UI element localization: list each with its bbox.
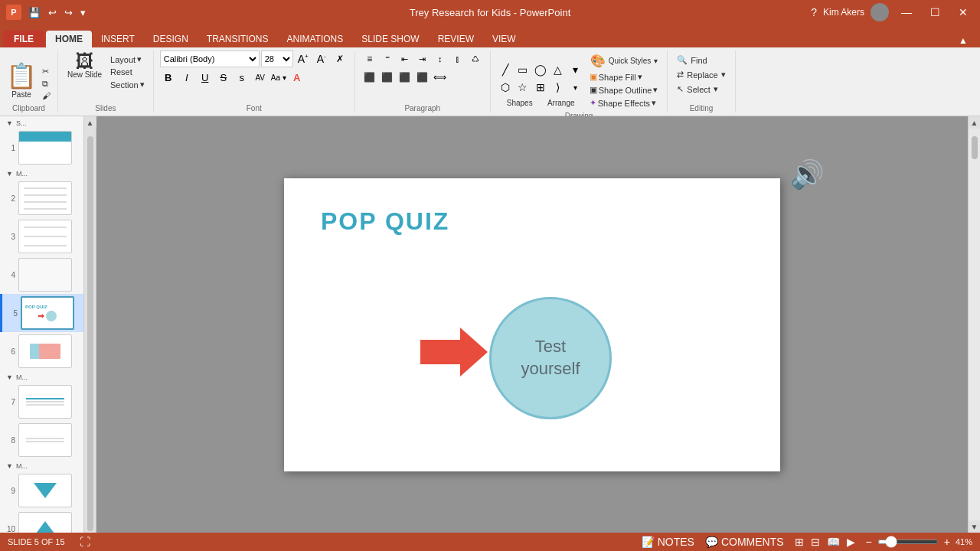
maximize-button[interactable]: ☐	[924, 5, 946, 20]
justify-button[interactable]: ⬛	[414, 69, 431, 86]
tab-animations[interactable]: ANIMATIONS	[277, 31, 352, 47]
minimize-button[interactable]: —	[895, 5, 918, 20]
tab-design[interactable]: DESIGN	[144, 31, 198, 47]
shape-9[interactable]: ⟩	[550, 79, 567, 96]
slide-title[interactable]: POP QUIZ	[321, 207, 449, 236]
slideshow-view-button[interactable]: ▶	[844, 535, 858, 549]
replace-button[interactable]: ⇄ Replace ▾	[674, 68, 728, 81]
shadow-button[interactable]: s	[234, 69, 250, 86]
slide-item-10[interactable]: 10	[0, 510, 83, 533]
zoom-out-button[interactable]: −	[864, 535, 874, 549]
slide-item-3[interactable]: 3	[0, 217, 83, 256]
shape-5[interactable]: ▾	[567, 61, 584, 78]
fit-slide-button[interactable]: ⛶	[77, 535, 93, 549]
select-button[interactable]: ↖ Select ▾	[674, 83, 721, 96]
align-center-button[interactable]: ⬛	[379, 69, 396, 86]
line-spacing-button[interactable]: ↕	[432, 51, 449, 67]
reset-button[interactable]: Reset	[108, 67, 147, 77]
tab-file[interactable]: FILE	[3, 31, 44, 47]
tab-transitions[interactable]: TRANSITIONS	[198, 31, 278, 47]
decrease-font-button[interactable]: A-	[313, 51, 330, 67]
slide-item-1[interactable]: 1	[0, 129, 83, 167]
find-button[interactable]: 🔍 Find	[674, 54, 710, 67]
reading-view-button[interactable]: 📖	[825, 535, 842, 549]
slide-item-9[interactable]: 9	[0, 471, 83, 510]
shape-3[interactable]: ◯	[532, 61, 549, 78]
shape-7[interactable]: ☆	[514, 79, 531, 96]
copy-button[interactable]: ⧉	[40, 78, 53, 90]
redo-button[interactable]: ↪	[62, 5, 75, 20]
numbering-button[interactable]: ⁼	[379, 51, 396, 67]
arrow-shape[interactable]	[420, 328, 488, 377]
save-button[interactable]: 💾	[26, 5, 43, 20]
section-button[interactable]: Section ▾	[108, 79, 147, 90]
scroll-right-down-button[interactable]: ▼	[969, 520, 981, 533]
scroll-thumb[interactable]	[87, 136, 93, 531]
slide-item-7[interactable]: 7	[0, 383, 83, 421]
italic-button[interactable]: I	[178, 69, 195, 86]
slide-item-5[interactable]: 5 POP QUIZ	[0, 294, 83, 332]
tab-home[interactable]: HOME	[46, 31, 92, 47]
zoom-slider[interactable]	[877, 540, 939, 544]
normal-view-button[interactable]: ⊞	[792, 535, 806, 549]
tab-insert[interactable]: INSERT	[92, 31, 144, 47]
circle-shape[interactable]: Test yourself	[489, 297, 612, 419]
more-button[interactable]: ▾	[78, 5, 88, 20]
right-scroll-thumb[interactable]	[972, 136, 978, 159]
shape-2[interactable]: ▭	[514, 61, 531, 78]
bullets-button[interactable]: ≡	[361, 51, 378, 67]
cut-button[interactable]: ✂	[40, 66, 53, 77]
shapes-button[interactable]: Shapes	[501, 97, 539, 109]
format-painter-button[interactable]: 🖌	[40, 90, 53, 101]
undo-button[interactable]: ↩	[46, 5, 59, 20]
user-name[interactable]: Kim Akers	[823, 7, 864, 18]
shape-8[interactable]: ⊞	[532, 79, 549, 96]
new-slide-button[interactable]: 🖼 New Slide	[64, 51, 105, 80]
bold-button[interactable]: B	[160, 69, 177, 86]
shape-more[interactable]: ▾	[567, 79, 584, 96]
underline-button[interactable]: U	[197, 69, 214, 86]
notes-button[interactable]: 📝 NOTES	[639, 535, 697, 549]
smart-art-button[interactable]: ♺	[467, 51, 484, 67]
quick-styles-button[interactable]: 🎨 Quick Styles ▾	[587, 52, 662, 70]
slide-item-4[interactable]: 4	[0, 256, 83, 294]
columns-button[interactable]: ⫿	[449, 51, 466, 67]
layout-button[interactable]: Layout ▾	[108, 54, 147, 65]
shape-4[interactable]: △	[550, 61, 567, 78]
close-button[interactable]: ✕	[952, 5, 974, 20]
collapse-ribbon-button[interactable]: ▲	[952, 34, 974, 47]
tab-slideshow[interactable]: SLIDE SHOW	[352, 31, 428, 47]
slide-item-6[interactable]: 6	[0, 332, 83, 370]
help-button[interactable]: ?	[811, 6, 817, 18]
align-left-button[interactable]: ⬛	[361, 69, 378, 86]
shape-6[interactable]: ⬡	[497, 79, 514, 96]
align-right-button[interactable]: ⬛	[397, 69, 413, 86]
scroll-right-up-button[interactable]: ▲	[969, 116, 981, 129]
clear-format-button[interactable]: ✗	[332, 51, 348, 67]
text-dir-button[interactable]: ⟺	[432, 69, 449, 86]
tab-view[interactable]: VIEW	[483, 31, 525, 47]
strikethrough-button[interactable]: S	[215, 69, 232, 86]
change-case-button[interactable]: Aa ▾	[270, 69, 287, 86]
tab-review[interactable]: REVIEW	[429, 31, 483, 47]
zoom-in-button[interactable]: +	[942, 535, 952, 549]
arrange-button[interactable]: Arrange	[542, 97, 580, 109]
increase-font-button[interactable]: A+	[295, 51, 312, 67]
char-spacing-button[interactable]: AV	[252, 69, 269, 86]
dec-indent-button[interactable]: ⇤	[397, 51, 413, 67]
font-color-button[interactable]: A	[289, 69, 305, 86]
slide-sorter-button[interactable]: ⊟	[808, 535, 822, 549]
slide-canvas[interactable]: POP QUIZ Test yourself	[284, 178, 780, 471]
shape-fill-button[interactable]: ▣ Shape Fill ▾	[587, 71, 662, 83]
shape-outline-button[interactable]: ▣ Shape Outline ▾	[587, 84, 662, 96]
font-name-select[interactable]: Calibri (Body)	[160, 51, 260, 67]
scroll-up-button[interactable]: ▲	[84, 116, 96, 129]
inc-indent-button[interactable]: ⇥	[414, 51, 431, 67]
slide-item-2[interactable]: 2	[0, 179, 83, 217]
shape-effects-button[interactable]: ✦ Shape Effects ▾	[587, 97, 662, 109]
slide-item-8[interactable]: 8	[0, 421, 83, 459]
shape-1[interactable]: ╱	[497, 61, 514, 78]
comments-button[interactable]: 💬 COMMENTS	[703, 535, 786, 549]
paste-button[interactable]: 📋 Paste	[5, 58, 38, 101]
font-size-select[interactable]: 28	[261, 51, 293, 67]
